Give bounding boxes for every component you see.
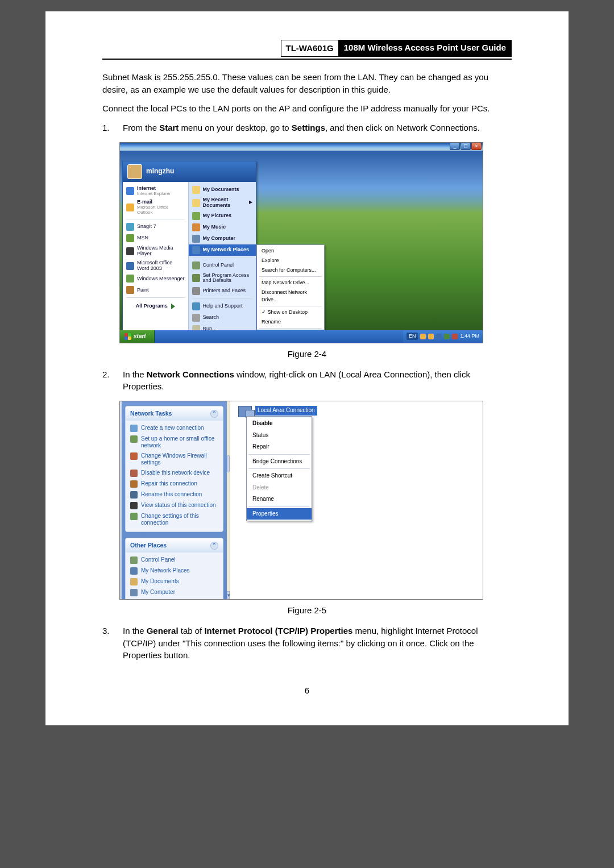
context-menu-item[interactable]: Rename — [257, 317, 324, 327]
search-icon — [192, 314, 200, 322]
page-header: TL-WA601G 108M Wireless Access Point Use… — [102, 40, 512, 57]
context-menu-item[interactable]: Properties — [247, 508, 312, 520]
chevron-up-icon: ⌃ — [210, 410, 218, 418]
step-text: From the Start menu on your desktop, go … — [123, 122, 512, 134]
start-item-search[interactable]: Search — [189, 312, 256, 323]
start-menu-username: mingzhu — [146, 167, 174, 176]
figure-caption: Figure 2-5 — [102, 604, 512, 617]
control-panel-icon — [192, 261, 200, 269]
start-item-mydocs[interactable]: My Documents — [189, 184, 256, 196]
user-avatar-icon — [127, 164, 142, 179]
lan-connection-label[interactable]: Local Area Connection — [255, 406, 317, 416]
start-all-programs[interactable]: All Programs — [123, 300, 188, 313]
start-item-msn[interactable]: MSN — [123, 232, 188, 244]
context-menu-item[interactable]: Disable — [247, 418, 312, 430]
steps-list: 2. In the Network Connections window, ri… — [102, 368, 512, 393]
context-menu-item[interactable]: Rename — [247, 493, 312, 505]
start-item-printers[interactable]: Printers and Faxes — [189, 285, 256, 297]
minimize-button[interactable]: _ — [450, 143, 460, 150]
task-create-connection[interactable]: Create a new connection — [128, 423, 221, 434]
start-item-network-places[interactable]: My Network Places — [189, 244, 256, 256]
new-connection-icon — [130, 425, 138, 432]
start-item-word[interactable]: Microsoft Office Word 2003 — [123, 259, 188, 273]
start-item-snagit[interactable]: SnagIt 7 — [123, 221, 188, 232]
start-menu-header: mingzhu — [123, 161, 256, 182]
context-menu-item[interactable]: Delete — [247, 482, 312, 494]
start-item-controlpanel[interactable]: Control Panel — [189, 260, 256, 271]
context-menu-item[interactable]: Properties — [257, 330, 324, 330]
context-menu-item[interactable]: Explore — [257, 256, 324, 265]
start-item-mypics[interactable]: My Pictures — [189, 210, 256, 222]
start-item-messenger[interactable]: Windows Messenger — [123, 273, 188, 284]
language-indicator[interactable]: EN — [406, 333, 418, 340]
network-icon — [192, 246, 200, 254]
start-item-email[interactable]: E-mailMicrosoft Office Outlook — [123, 198, 188, 217]
place-my-network[interactable]: My Network Places — [128, 566, 221, 576]
context-menu-item[interactable]: Open — [257, 246, 324, 256]
start-item-mymusic[interactable]: My Music — [189, 222, 256, 233]
rename-icon — [130, 491, 138, 499]
tray-icon[interactable] — [444, 334, 450, 339]
context-menu-item[interactable]: Show on Desktop — [257, 308, 324, 317]
context-menu-item[interactable]: Create Shortcut — [247, 470, 312, 482]
clock[interactable]: 1:44 PM — [460, 333, 479, 340]
place-control-panel[interactable]: Control Panel — [128, 555, 221, 566]
other-places-box: Other Places ⌃ Control Panel My Network … — [125, 538, 223, 599]
tray-icon[interactable] — [436, 334, 442, 339]
start-item-wmp[interactable]: Windows Media Player — [123, 244, 188, 259]
task-change-settings[interactable]: Change settings of this connection — [128, 511, 221, 528]
computer-icon — [192, 235, 200, 243]
maximize-button[interactable]: □ — [460, 143, 471, 150]
context-menu-lan: DisableStatusRepairBridge ConnectionsCre… — [246, 416, 312, 521]
tray-icon[interactable] — [428, 334, 434, 339]
network-tasks-box: Network Tasks ⌃ Create a new connection … — [125, 406, 223, 532]
context-menu-network-places: OpenExploreSearch for Computers...Map Ne… — [256, 244, 325, 330]
context-menu-item[interactable]: Map Network Drive... — [257, 278, 324, 288]
context-menu-item[interactable]: Repair — [247, 441, 312, 453]
start-item-paint[interactable]: Paint — [123, 284, 188, 296]
scrollbar-thumb[interactable] — [227, 455, 230, 472]
task-repair[interactable]: Repair this connection — [128, 479, 221, 489]
window-titlebar: _ □ × — [120, 143, 483, 151]
repair-icon — [130, 480, 138, 488]
context-menu-item[interactable]: Search for Computers... — [257, 265, 324, 275]
pictures-icon — [192, 212, 200, 220]
paragraph: Connect the local PCs to the LAN ports o… — [102, 102, 512, 115]
taskbox-header[interactable]: Other Places ⌃ — [126, 538, 223, 553]
start-button[interactable]: start — [120, 330, 155, 343]
disable-icon — [130, 470, 138, 477]
printer-icon — [192, 287, 200, 295]
start-item-mycomp[interactable]: My Computer — [189, 233, 256, 244]
folder-icon — [192, 199, 200, 207]
steps-list: 3. In the General tab of Internet Protoc… — [102, 625, 512, 662]
start-menu-pinned: InternetInternet Explorer E-mailMicrosof… — [123, 182, 188, 330]
tray-icon[interactable] — [452, 334, 458, 339]
task-home-network[interactable]: Set up a home or small office network — [128, 434, 221, 451]
wmp-icon — [126, 247, 134, 255]
start-item-help[interactable]: Help and Support — [189, 301, 256, 312]
place-my-computer[interactable]: My Computer — [128, 587, 221, 598]
task-disable-device[interactable]: Disable this network device — [128, 468, 221, 479]
task-view-status[interactable]: View status of this connection — [128, 500, 221, 511]
context-menu-item[interactable]: Bridge Connections — [247, 456, 312, 468]
paragraph: Subnet Mask is 255.255.255.0. These valu… — [102, 71, 512, 96]
context-menu-item[interactable]: Disconnect Network Drive... — [257, 288, 324, 305]
taskbox-header[interactable]: Network Tasks ⌃ — [126, 406, 223, 421]
task-rename[interactable]: Rename this connection — [128, 489, 221, 500]
context-menu-item[interactable]: Status — [247, 430, 312, 442]
start-item-internet[interactable]: InternetInternet Explorer — [123, 184, 188, 198]
window-buttons: _ □ × — [450, 143, 482, 150]
close-button[interactable]: × — [471, 143, 482, 150]
lan-icon[interactable] — [238, 406, 252, 417]
model-number: TL-WA601G — [281, 40, 338, 57]
start-item-setprogram[interactable]: Set Program Access and Defaults — [189, 271, 256, 286]
task-firewall[interactable]: Change Windows Firewall settings — [128, 451, 221, 468]
scroll-down-icon[interactable]: ▾ — [227, 591, 230, 599]
computer-icon — [130, 589, 138, 596]
place-my-documents[interactable]: My Documents — [128, 576, 221, 587]
start-item-run[interactable]: Run... — [189, 323, 256, 330]
control-panel-icon — [130, 556, 138, 564]
tray-icon[interactable] — [420, 334, 426, 339]
start-item-recentdocs[interactable]: My Recent Documents▶ — [189, 196, 256, 210]
folder-icon — [192, 186, 200, 194]
